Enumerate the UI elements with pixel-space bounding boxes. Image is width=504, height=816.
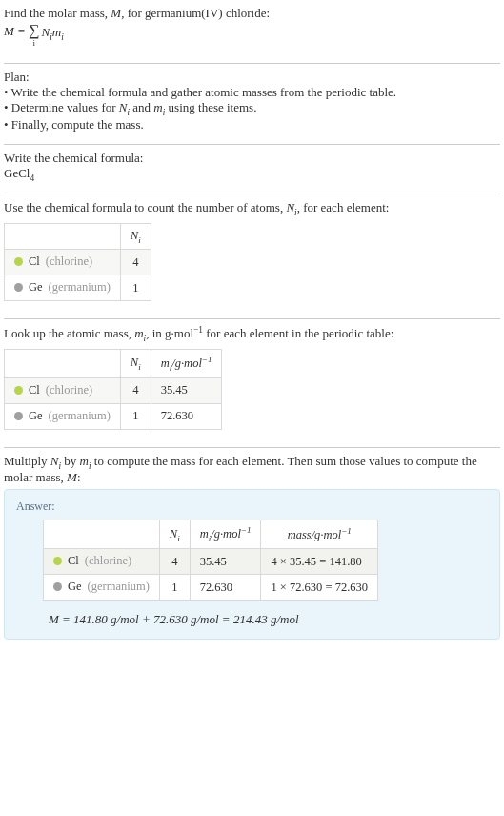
formula-eq: =: [14, 24, 29, 38]
th-N: N: [170, 527, 177, 541]
table-row: Cl (chlorine) 4: [5, 250, 151, 275]
plan-b2-post: using these items.: [165, 100, 256, 114]
th-m: m: [200, 528, 209, 541]
compute-text: Multiply Ni by mi to compute the mass fo…: [4, 454, 500, 486]
element-cell: Cl (chlorine): [44, 549, 160, 575]
mass-text: Look up the atomic mass, mi, in g·mol−1 …: [4, 325, 500, 343]
th-m: m: [161, 357, 170, 370]
divider: [4, 63, 500, 64]
chem-formula-sub: 4: [30, 173, 34, 182]
element-symbol: Cl: [68, 554, 79, 568]
th-N: N: [131, 356, 138, 369]
count-th-empty: [5, 223, 121, 250]
ans-th-mass: mass/g·mol−1: [261, 520, 378, 549]
element-cell: Ge (germanium): [5, 403, 121, 429]
formula-heading: Write the chemical formula:: [4, 151, 500, 166]
molar-mass-formula: M = ∑ i Nimi: [4, 23, 500, 48]
th-mass: mass/g·mol: [288, 528, 342, 541]
element-symbol: Cl: [29, 383, 40, 398]
element-name: (chlorine): [46, 255, 92, 269]
mass-th-m: mi/g·mol−1: [151, 350, 222, 378]
plan-b2-pre: • Determine values for: [4, 100, 119, 114]
formula-m-sub: i: [61, 32, 64, 42]
ans-m-value: 35.45: [190, 549, 261, 575]
plan-bullet-1: • Write the chemical formula and gather …: [4, 85, 500, 100]
count-value: 4: [120, 250, 151, 275]
element-cell: Ge (germanium): [44, 575, 160, 601]
divider: [4, 318, 500, 319]
plan-bullet-3: • Finally, compute the mass.: [4, 117, 500, 133]
element-color-icon: [14, 412, 23, 420]
ans-N-value: 1: [159, 575, 190, 601]
mass-m-value: 72.630: [151, 403, 222, 429]
th-N-sub: i: [177, 533, 180, 542]
count-th-N: Ni: [120, 223, 151, 250]
ans-th-empty: [44, 520, 160, 549]
compute-M: M: [67, 470, 77, 484]
chemical-formula: GeCl4: [4, 166, 500, 183]
th-N: N: [131, 229, 138, 242]
sigma-icon: ∑: [29, 23, 39, 38]
sigma-sub: i: [33, 39, 36, 48]
mass-pre: Look up the atomic mass,: [4, 327, 134, 341]
th-N-sub: i: [138, 235, 141, 244]
element-symbol: Ge: [29, 409, 43, 423]
th-N-sub: i: [138, 362, 141, 372]
element-color-icon: [14, 257, 23, 266]
th-m-unit: /g·mol: [211, 528, 241, 541]
mass-N-value: 1: [120, 403, 151, 429]
mass-m-value: 35.45: [151, 377, 222, 403]
ans-mass-value: 1 × 72.630 = 72.630: [261, 575, 378, 601]
element-color-icon: [53, 582, 62, 591]
divider: [4, 194, 500, 194]
table-row: Cl (chlorine) 4 35.45: [5, 377, 222, 403]
chem-formula-base: GeCl: [4, 166, 30, 180]
count-N: N: [286, 200, 294, 214]
final-M: M: [49, 612, 59, 626]
count-table: Ni Cl (chlorine) 4 Ge (germanium) 1: [4, 223, 151, 302]
mass-table: Ni mi/g·mol−1 Cl (chlorine) 4 35.45 Ge (…: [4, 349, 222, 430]
divider: [4, 447, 500, 448]
element-name: (germanium): [88, 580, 150, 594]
th-mass-exp: −1: [341, 526, 352, 536]
compute-pre: Multiply: [4, 454, 50, 468]
plan-bullet-2: • Determine values for Ni and mi using t…: [4, 100, 500, 117]
final-eq: = 141.80 g/mol + 72.630 g/mol = 214.43 g…: [59, 612, 299, 626]
count-text: Use the chemical formula to count the nu…: [4, 200, 500, 217]
formula-M: M: [4, 24, 14, 38]
element-color-icon: [53, 557, 62, 565]
intro-text: Find the molar mass,: [4, 6, 111, 20]
compute-mid1: by: [61, 454, 80, 468]
mass-mid: , in g·mol: [146, 327, 193, 341]
element-cell: Cl (chlorine): [5, 377, 121, 403]
table-row: Ge (germanium) 1 72.630: [5, 403, 222, 429]
ans-m-value: 72.630: [190, 575, 261, 601]
count-post: , for each element:: [297, 200, 390, 214]
element-symbol: Ge: [68, 580, 82, 594]
element-color-icon: [14, 283, 23, 292]
mass-N-value: 4: [120, 377, 151, 403]
mass-th-empty: [5, 350, 121, 378]
intro-M: M: [111, 6, 121, 20]
ans-th-m: mi/g·mol−1: [190, 520, 261, 549]
th-m-exp: −1: [202, 355, 212, 364]
mass-post: for each element in the periodic table:: [203, 327, 393, 341]
plan-b2-and: and: [130, 100, 153, 114]
mass-m: m: [134, 327, 143, 341]
table-row: Cl (chlorine) 4 35.45 4 × 35.45 = 141.80: [44, 549, 378, 575]
th-m-unit: /g·mol: [171, 357, 202, 370]
divider: [4, 144, 500, 145]
compute-post: :: [77, 470, 81, 484]
intro-line: Find the molar mass, M, for germanium(IV…: [4, 6, 500, 21]
element-symbol: Ge: [29, 280, 43, 295]
final-result: M = 141.80 g/mol + 72.630 g/mol = 214.43…: [43, 606, 488, 627]
ans-N-value: 4: [159, 549, 190, 575]
plan-b2-m: m: [153, 100, 162, 114]
table-row: Ge (germanium) 1: [5, 275, 151, 301]
formula-m: m: [52, 25, 61, 39]
formula-N: N: [42, 25, 50, 39]
ans-th-N: Ni: [159, 520, 190, 549]
plan-heading: Plan:: [4, 70, 500, 85]
element-symbol: Cl: [29, 255, 40, 269]
answer-label: Answer:: [16, 500, 488, 514]
